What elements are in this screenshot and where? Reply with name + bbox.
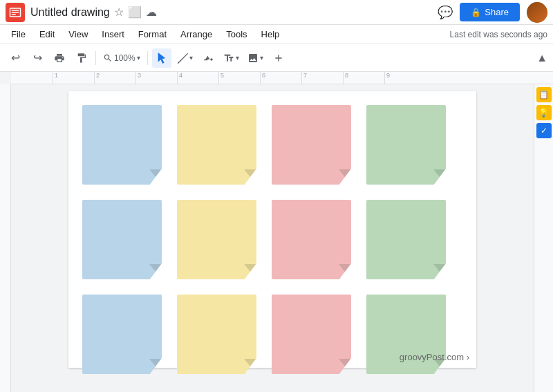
menu-format[interactable]: Format bbox=[133, 28, 172, 41]
ruler-mark-1: 1 bbox=[53, 72, 58, 84]
header-right: 💬 🔒 Share bbox=[438, 2, 547, 23]
textbox-tool[interactable]: ▾ bbox=[221, 51, 242, 65]
ruler-mark-6: 6 bbox=[260, 72, 265, 84]
menu-file[interactable]: File bbox=[6, 28, 31, 41]
cloud-icon[interactable]: ☁ bbox=[146, 6, 157, 19]
title-icons: ☆ ⬜ ☁ bbox=[114, 6, 157, 19]
sticky-note-11[interactable] bbox=[272, 295, 351, 374]
title-bar: Untitled drawing ☆ ⬜ ☁ 💬 🔒 Share bbox=[0, 0, 553, 25]
share-button[interactable]: 🔒 Share bbox=[460, 3, 520, 21]
folder-icon[interactable]: ⬜ bbox=[128, 6, 142, 19]
svg-rect-2 bbox=[12, 14, 16, 15]
star-icon[interactable]: ☆ bbox=[114, 6, 124, 19]
last-edit-status: Last edit was seconds ago bbox=[450, 30, 547, 39]
menu-bar: File Edit View Insert Format Arrange Too… bbox=[0, 25, 553, 44]
sticky-note-3[interactable] bbox=[272, 105, 351, 185]
ruler: 1 2 3 4 5 6 7 8 9 bbox=[11, 72, 553, 84]
select-tool[interactable] bbox=[152, 48, 171, 68]
sticky-note-2[interactable] bbox=[177, 105, 256, 185]
undo-button[interactable]: ↩ bbox=[6, 48, 25, 68]
ruler-mark-2: 2 bbox=[94, 72, 100, 84]
ruler-mark-8: 8 bbox=[343, 72, 348, 84]
sticky-note-5[interactable] bbox=[82, 200, 162, 279]
sticky-note-8[interactable] bbox=[366, 200, 446, 279]
sidebar-icon-1[interactable]: 📋 bbox=[536, 87, 552, 102]
menu-tools[interactable]: Tools bbox=[221, 28, 252, 41]
ruler-mark-5: 5 bbox=[218, 72, 224, 84]
paint-format-button[interactable] bbox=[72, 48, 91, 68]
image-tool[interactable]: ▾ bbox=[245, 51, 266, 65]
document-title[interactable]: Untitled drawing bbox=[30, 6, 110, 19]
menu-help[interactable]: Help bbox=[256, 28, 285, 41]
share-label: Share bbox=[485, 7, 509, 17]
ruler-mark-4: 4 bbox=[177, 72, 182, 84]
ruler-mark-7: 7 bbox=[301, 72, 307, 84]
menu-view[interactable]: View bbox=[63, 28, 93, 41]
toolbar: ↩ ↪ 100% ▾ ▾ ▾ ▾ ▲ bbox=[0, 44, 553, 72]
menu-arrange[interactable]: Arrange bbox=[175, 28, 218, 41]
zoom-selector[interactable]: 100% ▾ bbox=[100, 52, 143, 64]
user-avatar[interactable] bbox=[527, 2, 547, 23]
svg-rect-1 bbox=[12, 12, 19, 13]
line-tool[interactable]: ▾ bbox=[174, 51, 196, 65]
sidebar-icon-3[interactable]: ✓ bbox=[536, 123, 552, 138]
shape-tool[interactable] bbox=[198, 48, 218, 68]
right-sidebar: 📋 💡 ✓ bbox=[534, 84, 553, 392]
toolbar-collapse-button[interactable]: ▲ bbox=[536, 52, 547, 64]
redo-button[interactable]: ↪ bbox=[28, 48, 47, 68]
toolbar-divider-1 bbox=[95, 51, 96, 65]
lock-icon: 🔒 bbox=[471, 8, 481, 17]
sticky-note-9[interactable] bbox=[82, 295, 162, 374]
sidebar-icon-2[interactable]: 💡 bbox=[536, 105, 552, 120]
svg-rect-0 bbox=[12, 10, 19, 11]
zoom-level: 100% bbox=[114, 53, 135, 63]
main-area: groovyPost.com › 📋 💡 ✓ bbox=[0, 84, 553, 392]
zoom-dropdown-icon: ▾ bbox=[137, 54, 140, 62]
more-tools-button[interactable] bbox=[269, 48, 288, 68]
sticky-note-1[interactable] bbox=[82, 105, 162, 185]
comment-icon[interactable]: 💬 bbox=[438, 5, 453, 20]
sticky-note-7[interactable] bbox=[272, 200, 351, 279]
app-logo bbox=[6, 3, 25, 22]
drawing-canvas[interactable]: groovyPost.com › bbox=[68, 91, 476, 368]
toolbar-divider-2 bbox=[147, 51, 148, 65]
sticky-note-4[interactable] bbox=[366, 105, 446, 185]
watermark: groovyPost.com › bbox=[400, 352, 469, 362]
canvas-area[interactable]: groovyPost.com › bbox=[11, 84, 534, 392]
sticky-note-10[interactable] bbox=[177, 295, 256, 374]
left-ruler bbox=[0, 84, 11, 392]
ruler-canvas: 1 2 3 4 5 6 7 8 9 bbox=[11, 72, 553, 84]
ruler-mark-9: 9 bbox=[384, 72, 390, 84]
print-button[interactable] bbox=[50, 48, 69, 68]
ruler-mark-3: 3 bbox=[135, 72, 141, 84]
sticky-notes-grid bbox=[82, 105, 453, 381]
sticky-note-6[interactable] bbox=[177, 200, 256, 279]
menu-edit[interactable]: Edit bbox=[34, 28, 60, 41]
menu-insert[interactable]: Insert bbox=[96, 28, 130, 41]
